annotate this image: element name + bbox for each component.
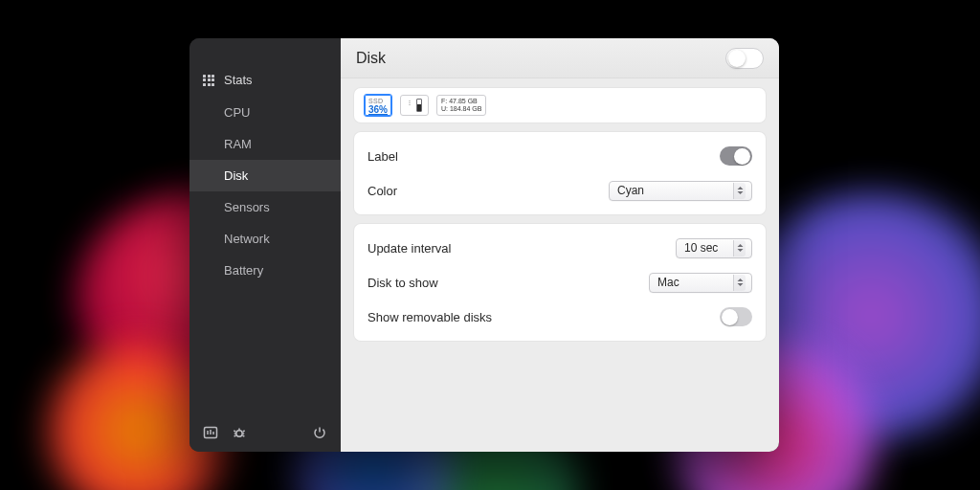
- widget-ssd-percent: 36%: [368, 105, 388, 114]
- label-toggle[interactable]: [720, 146, 752, 166]
- power-icon[interactable]: [312, 425, 327, 440]
- page-title: Disk: [356, 50, 386, 67]
- settings-card: Update interval 10 sec Disk to show Mac: [354, 224, 766, 341]
- stepper-icon: [733, 183, 746, 199]
- color-select[interactable]: Cyan: [609, 181, 752, 201]
- sidebar-nav: CPU RAM Disk Sensors Network Battery: [189, 97, 341, 286]
- widget-bar-rot: ⋮: [407, 99, 412, 107]
- update-interval-label: Update interval: [368, 241, 451, 256]
- sidebar-header[interactable]: Stats: [189, 67, 341, 97]
- stats-preferences-window: Stats CPU RAM Disk Sensors Network Batte…: [189, 38, 779, 452]
- bug-icon[interactable]: [232, 425, 247, 440]
- color-select-value: Cyan: [617, 184, 724, 197]
- sidebar: Stats CPU RAM Disk Sensors Network Batte…: [189, 38, 341, 452]
- sidebar-item-label: RAM: [224, 137, 252, 151]
- color-row-label: Color: [368, 184, 397, 198]
- sidebar-footer: [189, 415, 341, 452]
- sidebar-item-label: Battery: [224, 263, 263, 278]
- sidebar-item-ram[interactable]: RAM: [189, 128, 341, 160]
- disk-to-show-value: Mac: [657, 276, 724, 289]
- app-title: Stats: [224, 73, 253, 87]
- update-interval-select[interactable]: 10 sec: [676, 238, 752, 258]
- show-removable-toggle[interactable]: [720, 307, 752, 326]
- sidebar-item-label: Sensors: [224, 200, 270, 214]
- appearance-card: Label Color Cyan: [354, 132, 766, 214]
- label-row-label: Label: [368, 149, 398, 164]
- module-enabled-toggle[interactable]: [725, 48, 764, 69]
- stepper-icon: [733, 240, 746, 256]
- sidebar-item-label: Network: [224, 232, 270, 246]
- content-pane: Disk SSD 36% ⋮ F: 47.85 G: [341, 38, 779, 452]
- svg-point-1: [236, 431, 242, 436]
- widget-stats-used: U: 184.84 GB: [441, 105, 481, 113]
- sidebar-item-cpu[interactable]: CPU: [189, 97, 341, 128]
- dashboard-footer-icon[interactable]: [203, 425, 218, 440]
- content-header: Disk: [341, 38, 779, 78]
- widget-preview-bar[interactable]: ⋮: [400, 95, 429, 116]
- disk-to-show-label: Disk to show: [368, 276, 438, 290]
- stepper-icon: [733, 275, 746, 291]
- widget-stats-free: F: 47.85 GB: [441, 98, 478, 105]
- disk-bar-icon: [416, 99, 422, 112]
- show-removable-label: Show removable disks: [368, 310, 492, 324]
- sidebar-item-battery[interactable]: Battery: [189, 255, 341, 286]
- dashboard-icon: [203, 75, 214, 86]
- widget-preview-stats[interactable]: F: 47.85 GB U: 184.84 GB: [436, 95, 486, 116]
- sidebar-item-label: Disk: [224, 168, 248, 183]
- sidebar-item-sensors[interactable]: Sensors: [189, 191, 341, 223]
- update-interval-value: 10 sec: [684, 241, 724, 255]
- sidebar-item-label: CPU: [224, 105, 250, 120]
- sidebar-item-disk[interactable]: Disk: [189, 160, 341, 191]
- disk-to-show-select[interactable]: Mac: [649, 273, 752, 293]
- widget-preview-percent[interactable]: SSD 36%: [364, 94, 392, 117]
- sidebar-item-network[interactable]: Network: [189, 223, 341, 255]
- widget-previews-card: SSD 36% ⋮ F: 47.85 GB U: 184.84 GB: [354, 88, 766, 122]
